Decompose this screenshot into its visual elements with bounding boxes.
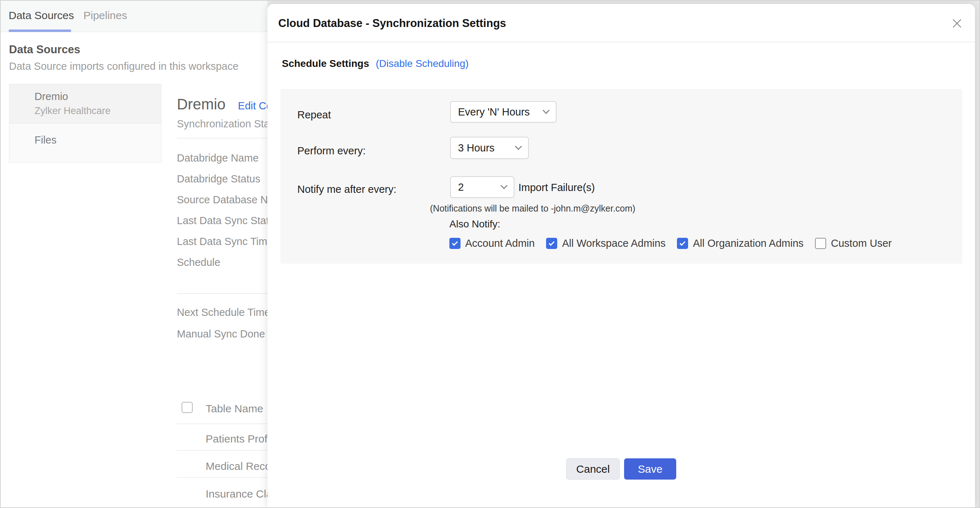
sync-settings-modal: Cloud Database - Synchronization Setting…	[267, 4, 975, 508]
sidebar-item-files[interactable]: Files	[10, 123, 161, 162]
notify-after-label: Notify me after every:	[297, 184, 396, 195]
data-source-list: Dremio Zylker Healthcare Files	[9, 84, 161, 163]
field-label: Manual Sync Done	[177, 323, 267, 345]
checkbox-icon	[449, 238, 461, 249]
notify-after-select-value: 2	[458, 181, 464, 193]
field-label: Source Database Na	[177, 189, 267, 210]
checkbox-label: Account Admin	[465, 238, 535, 249]
tab-bar: Data Sources Pipelines	[0, 0, 267, 32]
data-sources-page: Data Sources Pipelines Data Sources Data…	[0, 0, 267, 508]
checkbox-icon	[677, 238, 688, 249]
table-name-column-header: Table Name	[206, 403, 263, 415]
table-row[interactable]: Medical Recor	[177, 451, 267, 478]
import-failures-suffix: Import Failure(s)	[519, 182, 595, 193]
modal-header: Cloud Database - Synchronization Setting…	[267, 4, 975, 42]
notify-after-select[interactable]: 2	[450, 176, 514, 198]
divider	[177, 138, 267, 139]
table-row[interactable]: Patients Profil	[177, 424, 267, 451]
detail-field-labels-2: Next Schedule Time Manual Sync Done	[177, 302, 267, 345]
chevron-down-icon	[542, 107, 550, 114]
checkbox-label: All Organization Admins	[693, 238, 803, 249]
repeat-select[interactable]: Every 'N' Hours	[450, 101, 557, 123]
divider	[177, 293, 267, 294]
check-icon	[452, 240, 458, 245]
cancel-button[interactable]: Cancel	[566, 458, 620, 479]
checkbox-icon	[815, 238, 826, 249]
schedule-form-panel: Repeat Every 'N' Hours Perform every: 3 …	[280, 89, 963, 264]
checkbox-all-organization-admins[interactable]: All Organization Admins	[677, 238, 803, 249]
table-row[interactable]: Insurance Clai	[177, 478, 267, 508]
sidebar-item-title: Files	[35, 134, 161, 146]
notification-email-note: (Notifications will be mailed to -john.m…	[430, 203, 635, 214]
check-icon	[549, 240, 555, 245]
checkbox-label: All Workspace Admins	[562, 238, 665, 249]
checkbox-account-admin[interactable]: Account Admin	[449, 238, 535, 249]
tab-data-sources[interactable]: Data Sources	[9, 10, 74, 22]
field-label: Last Data Sync Statu	[177, 210, 267, 231]
disable-scheduling-link[interactable]: (Disable Scheduling)	[375, 58, 468, 69]
perform-every-select[interactable]: 3 Hours	[450, 137, 529, 159]
tab-pipelines[interactable]: Pipelines	[83, 10, 127, 22]
repeat-select-value: Every 'N' Hours	[458, 106, 530, 118]
field-label: Schedule	[177, 252, 267, 273]
page-title: Data Sources	[9, 43, 80, 56]
detail-field-labels: Databridge Name Databridge Status Source…	[177, 147, 267, 273]
checkbox-all-workspace-admins[interactable]: All Workspace Admins	[546, 238, 665, 249]
close-icon	[951, 17, 963, 29]
repeat-label: Repeat	[297, 109, 331, 121]
field-label: Databridge Status	[177, 168, 267, 189]
checkbox-custom-user[interactable]: Custom User	[815, 238, 892, 249]
perform-every-label: Perform every:	[297, 145, 366, 157]
field-label: Next Schedule Time	[177, 302, 267, 323]
perform-every-select-value: 3 Hours	[458, 142, 495, 154]
edit-connection-link[interactable]: Edit Co	[238, 100, 267, 112]
checkbox-icon	[546, 238, 557, 249]
detail-title: Dremio	[177, 96, 225, 113]
also-notify-options: Account Admin All Workspace Admins All O…	[449, 238, 892, 249]
check-icon	[680, 240, 686, 245]
table-header: Table Name	[177, 402, 267, 423]
table-cell: Insurance Clai	[206, 488, 267, 500]
detail-subtitle: Synchronization Stat	[177, 118, 267, 130]
modal-footer: Cancel Save	[267, 458, 975, 479]
sidebar-item-subtitle: Zylker Healthcare	[35, 105, 161, 117]
page-subtitle: Data Source imports configured in this w…	[9, 61, 239, 72]
field-label: Last Data Sync Time	[177, 231, 267, 252]
table-cell: Patients Profil	[206, 433, 267, 445]
save-button[interactable]: Save	[624, 458, 676, 479]
also-notify-label: Also Notify:	[449, 218, 500, 230]
checkbox-label: Custom User	[831, 238, 892, 249]
select-all-checkbox[interactable]	[181, 402, 193, 413]
chevron-down-icon	[515, 143, 522, 150]
schedule-settings-heading: Schedule Settings	[282, 58, 369, 69]
close-button[interactable]	[949, 16, 965, 31]
sidebar-item-title: Dremio	[35, 91, 161, 102]
active-tab-indicator	[9, 29, 71, 32]
chevron-down-icon	[500, 182, 508, 189]
sidebar-item-dremio[interactable]: Dremio Zylker Healthcare	[10, 84, 161, 123]
table-cell: Medical Recor	[206, 460, 267, 472]
modal-title: Cloud Database - Synchronization Setting…	[278, 4, 506, 42]
field-label: Databridge Name	[177, 147, 267, 168]
